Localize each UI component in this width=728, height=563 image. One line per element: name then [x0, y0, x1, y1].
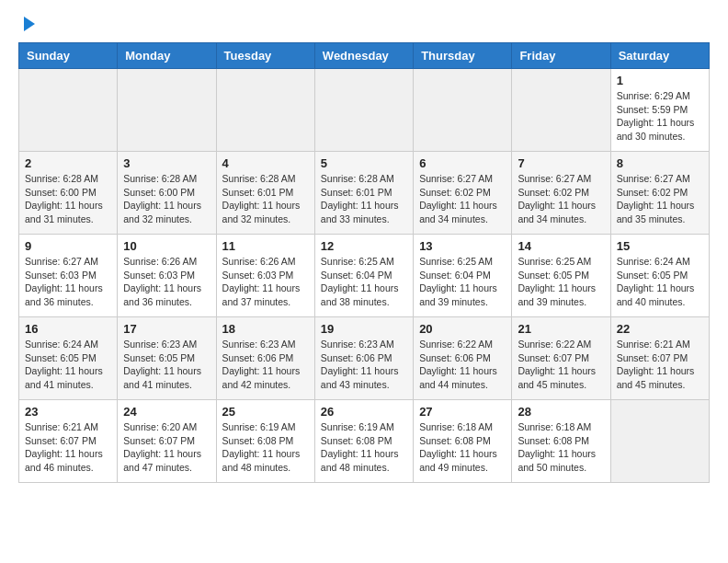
calendar-cell: 21Sunrise: 6:22 AMSunset: 6:07 PMDayligh…	[512, 317, 610, 400]
calendar-week-row: 2Sunrise: 6:28 AMSunset: 6:00 PMDaylight…	[19, 152, 710, 235]
day-number: 21	[518, 322, 604, 336]
day-of-week-header: Sunday	[19, 43, 118, 69]
day-number: 25	[222, 405, 309, 419]
day-of-week-header: Monday	[118, 43, 216, 69]
day-info: Sunrise: 6:25 AMSunset: 6:04 PMDaylight:…	[419, 255, 506, 309]
day-number: 12	[321, 239, 407, 253]
calendar-cell	[118, 69, 216, 152]
calendar-cell: 15Sunrise: 6:24 AMSunset: 6:05 PMDayligh…	[610, 235, 709, 317]
calendar-cell: 25Sunrise: 6:19 AMSunset: 6:08 PMDayligh…	[216, 400, 314, 483]
calendar-cell: 22Sunrise: 6:21 AMSunset: 6:07 PMDayligh…	[610, 317, 709, 400]
day-info: Sunrise: 6:25 AMSunset: 6:05 PMDaylight:…	[518, 255, 604, 309]
calendar-cell: 17Sunrise: 6:23 AMSunset: 6:05 PMDayligh…	[118, 317, 216, 400]
calendar-cell: 8Sunrise: 6:27 AMSunset: 6:02 PMDaylight…	[610, 152, 709, 235]
day-number: 26	[321, 405, 407, 419]
day-number: 20	[419, 322, 506, 336]
day-number: 24	[123, 405, 210, 419]
day-number: 17	[123, 322, 210, 336]
day-number: 27	[419, 405, 506, 419]
calendar-cell: 6Sunrise: 6:27 AMSunset: 6:02 PMDaylight…	[414, 152, 512, 235]
day-info: Sunrise: 6:28 AMSunset: 6:01 PMDaylight:…	[222, 172, 309, 226]
day-info: Sunrise: 6:22 AMSunset: 6:06 PMDaylight:…	[419, 338, 506, 392]
day-info: Sunrise: 6:18 AMSunset: 6:08 PMDaylight:…	[518, 420, 604, 475]
day-of-week-header: Friday	[512, 43, 610, 69]
calendar-cell: 24Sunrise: 6:20 AMSunset: 6:07 PMDayligh…	[118, 400, 216, 483]
day-info: Sunrise: 6:21 AMSunset: 6:07 PMDaylight:…	[25, 420, 111, 475]
calendar-cell: 9Sunrise: 6:27 AMSunset: 6:03 PMDaylight…	[19, 235, 118, 317]
day-number: 6	[419, 156, 506, 170]
svg-marker-0	[24, 17, 35, 31]
day-info: Sunrise: 6:27 AMSunset: 6:02 PMDaylight:…	[518, 172, 604, 226]
day-number: 28	[518, 405, 604, 419]
day-number: 10	[123, 239, 210, 253]
calendar-week-row: 23Sunrise: 6:21 AMSunset: 6:07 PMDayligh…	[19, 400, 710, 483]
day-number: 18	[222, 322, 309, 336]
day-number: 4	[222, 156, 309, 170]
day-of-week-header: Saturday	[610, 43, 709, 69]
day-number: 16	[25, 322, 111, 336]
day-info: Sunrise: 6:18 AMSunset: 6:08 PMDaylight:…	[419, 420, 506, 475]
calendar-cell	[610, 400, 709, 483]
calendar-cell: 2Sunrise: 6:28 AMSunset: 6:00 PMDaylight…	[19, 152, 118, 235]
day-info: Sunrise: 6:27 AMSunset: 6:02 PMDaylight:…	[617, 172, 703, 226]
day-info: Sunrise: 6:26 AMSunset: 6:03 PMDaylight:…	[222, 255, 309, 309]
calendar-cell: 5Sunrise: 6:28 AMSunset: 6:01 PMDaylight…	[314, 152, 413, 235]
day-info: Sunrise: 6:24 AMSunset: 6:05 PMDaylight:…	[25, 338, 111, 392]
day-number: 11	[222, 239, 309, 253]
page-header	[18, 18, 710, 33]
day-number: 3	[123, 156, 210, 170]
day-number: 2	[25, 156, 111, 170]
calendar-cell: 12Sunrise: 6:25 AMSunset: 6:04 PMDayligh…	[314, 235, 413, 317]
day-number: 9	[25, 239, 111, 253]
calendar-cell: 11Sunrise: 6:26 AMSunset: 6:03 PMDayligh…	[216, 235, 314, 317]
day-info: Sunrise: 6:22 AMSunset: 6:07 PMDaylight:…	[518, 338, 604, 392]
calendar-cell: 13Sunrise: 6:25 AMSunset: 6:04 PMDayligh…	[414, 235, 512, 317]
calendar-cell: 19Sunrise: 6:23 AMSunset: 6:06 PMDayligh…	[314, 317, 413, 400]
day-of-week-header: Wednesday	[314, 43, 413, 69]
calendar-cell: 23Sunrise: 6:21 AMSunset: 6:07 PMDayligh…	[19, 400, 118, 483]
day-number: 1	[617, 74, 703, 87]
calendar-cell: 14Sunrise: 6:25 AMSunset: 6:05 PMDayligh…	[512, 235, 610, 317]
day-info: Sunrise: 6:28 AMSunset: 6:00 PMDaylight:…	[25, 172, 111, 226]
logo	[18, 18, 39, 33]
day-info: Sunrise: 6:23 AMSunset: 6:06 PMDaylight:…	[222, 338, 309, 392]
calendar-cell: 4Sunrise: 6:28 AMSunset: 6:01 PMDaylight…	[216, 152, 314, 235]
day-number: 23	[25, 405, 111, 419]
day-info: Sunrise: 6:19 AMSunset: 6:08 PMDaylight:…	[321, 420, 407, 475]
calendar-cell: 1Sunrise: 6:29 AMSunset: 5:59 PMDaylight…	[610, 69, 709, 152]
day-info: Sunrise: 6:28 AMSunset: 6:00 PMDaylight:…	[123, 172, 210, 226]
calendar-cell	[314, 69, 413, 152]
day-number: 8	[617, 156, 703, 170]
day-number: 5	[321, 156, 407, 170]
day-of-week-header: Thursday	[414, 43, 512, 69]
day-info: Sunrise: 6:21 AMSunset: 6:07 PMDaylight:…	[617, 338, 703, 392]
calendar-cell	[414, 69, 512, 152]
day-info: Sunrise: 6:19 AMSunset: 6:08 PMDaylight:…	[222, 420, 309, 475]
day-number: 7	[518, 156, 604, 170]
calendar-table: SundayMondayTuesdayWednesdayThursdayFrid…	[18, 42, 710, 483]
calendar-cell: 27Sunrise: 6:18 AMSunset: 6:08 PMDayligh…	[414, 400, 512, 483]
day-info: Sunrise: 6:26 AMSunset: 6:03 PMDaylight:…	[123, 255, 210, 309]
calendar-cell: 20Sunrise: 6:22 AMSunset: 6:06 PMDayligh…	[414, 317, 512, 400]
day-number: 22	[617, 322, 703, 336]
calendar-cell: 3Sunrise: 6:28 AMSunset: 6:00 PMDaylight…	[118, 152, 216, 235]
calendar-cell: 16Sunrise: 6:24 AMSunset: 6:05 PMDayligh…	[19, 317, 118, 400]
day-number: 15	[617, 239, 703, 253]
calendar-cell	[19, 69, 118, 152]
day-number: 13	[419, 239, 506, 253]
calendar-cell	[512, 69, 610, 152]
calendar-cell: 28Sunrise: 6:18 AMSunset: 6:08 PMDayligh…	[512, 400, 610, 483]
day-info: Sunrise: 6:23 AMSunset: 6:05 PMDaylight:…	[123, 338, 210, 392]
logo-icon	[20, 15, 39, 33]
calendar-week-row: 9Sunrise: 6:27 AMSunset: 6:03 PMDaylight…	[19, 235, 710, 317]
calendar-header-row: SundayMondayTuesdayWednesdayThursdayFrid…	[19, 43, 710, 69]
calendar-week-row: 1Sunrise: 6:29 AMSunset: 5:59 PMDaylight…	[19, 69, 710, 152]
calendar-cell	[216, 69, 314, 152]
day-info: Sunrise: 6:20 AMSunset: 6:07 PMDaylight:…	[123, 420, 210, 475]
day-info: Sunrise: 6:24 AMSunset: 6:05 PMDaylight:…	[617, 255, 703, 309]
calendar-cell: 7Sunrise: 6:27 AMSunset: 6:02 PMDaylight…	[512, 152, 610, 235]
calendar-cell: 26Sunrise: 6:19 AMSunset: 6:08 PMDayligh…	[314, 400, 413, 483]
calendar-cell: 10Sunrise: 6:26 AMSunset: 6:03 PMDayligh…	[118, 235, 216, 317]
day-number: 19	[321, 322, 407, 336]
day-info: Sunrise: 6:25 AMSunset: 6:04 PMDaylight:…	[321, 255, 407, 309]
